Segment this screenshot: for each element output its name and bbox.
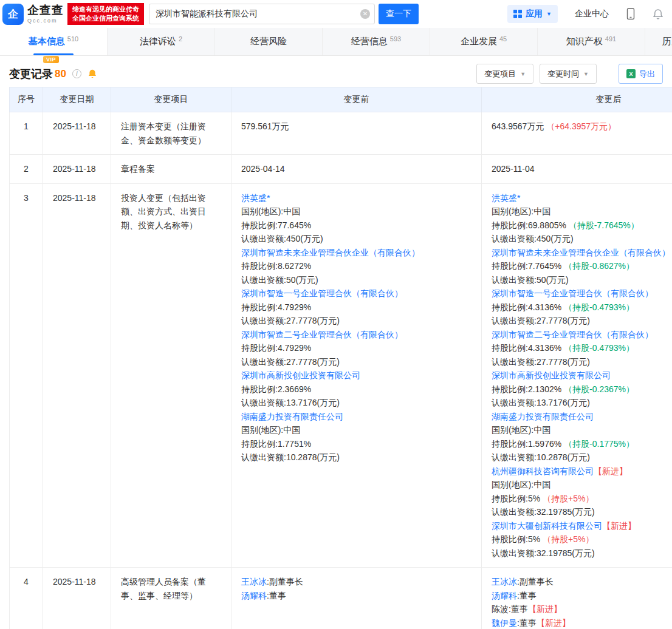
cell-text: :董事	[509, 604, 528, 614]
cell-text: 认缴出资额:32.19785(万元)	[492, 507, 595, 517]
notification-bell-icon[interactable]	[653, 8, 663, 20]
change-after: 643.9567万元 （+64.3957万元）	[482, 112, 672, 155]
cell-line: 杭州疆御科技咨询有限公司【新进】	[492, 464, 672, 478]
tab-count: 2	[179, 35, 182, 42]
filter-change-item-button[interactable]: 变更项目 ▼	[476, 64, 533, 84]
tab-label: 基本信息	[29, 36, 65, 47]
entity-link[interactable]: 深圳市智造未来企业管理合伙企业（有限合伙）	[241, 248, 420, 257]
cell-line: 认缴出资额:27.7778(万元)	[241, 355, 471, 369]
entity-link[interactable]: 魏伊曼	[492, 618, 517, 628]
entity-link[interactable]: 深圳市智造一号企业管理合伙（有限合伙）	[492, 288, 653, 298]
cell-line: 王冰冰:副董事长	[241, 575, 471, 589]
tab-count: 45	[499, 35, 507, 42]
header-date: 变更日期	[43, 87, 111, 112]
cell-line: 持股比例:77.645%	[241, 219, 471, 233]
search-button[interactable]: 查一下	[379, 4, 419, 24]
entity-link[interactable]: 深圳市智造二号企业管理合伙（有限合伙）	[492, 330, 653, 339]
tab-label: 知识产权	[566, 36, 603, 47]
cell-text: 认缴出资额:50(万元)	[492, 275, 569, 285]
tab-1[interactable]: 基本信息510	[0, 28, 108, 55]
cell-line: 深圳市智造二号企业管理合伙（有限合伙）	[241, 328, 471, 342]
cell-line: 2025-04-14	[241, 162, 471, 176]
cell-text: （持股-7.7645%）	[569, 220, 639, 230]
tab-6[interactable]: 知识产权491	[538, 28, 645, 55]
cell-line: 持股比例:1.7751%	[241, 437, 471, 451]
enterprise-center-link[interactable]: 企业中心	[575, 8, 609, 19]
entity-link[interactable]: 汤耀科	[492, 591, 517, 600]
cell-text: 认缴出资额:13.7176(万元)	[492, 398, 590, 407]
change-date: 2025-11-18	[43, 112, 111, 155]
tab-label: 经营信息	[351, 36, 388, 47]
tab-7[interactable]: 历史信息	[645, 28, 672, 55]
logo-title: 企查查	[27, 4, 64, 16]
cell-text: （持股-0.4793%）	[564, 302, 634, 312]
cell-text: 持股比例:1.5976%	[492, 439, 564, 449]
entity-link[interactable]: 深圳市高新投创业投资有限公司	[492, 370, 611, 380]
cell-text: 579.561万元	[241, 121, 289, 131]
cell-line: 持股比例:2.1302% （持股-0.2367%）	[492, 382, 672, 396]
apps-dropdown[interactable]: 应用 ▼	[507, 5, 558, 23]
cell-text: 国别(地区):中国	[492, 480, 550, 489]
cell-text: 持股比例:1.7751%	[241, 439, 311, 449]
cell-line: 深圳市高新投创业投资有限公司	[241, 369, 471, 382]
cell-text: 认缴出资额:450(万元)	[241, 234, 323, 243]
cell-line: 579.561万元	[241, 120, 471, 134]
change-record-section-header: VIP 变更记录 80 i 变更项目 ▼ 变更时间 ▼ X 导出	[0, 56, 672, 87]
mobile-app-icon[interactable]	[626, 8, 636, 20]
qcc-logo[interactable]: 企 企查查 Qcc.com	[2, 4, 64, 25]
cell-line: 国别(地区):中国	[241, 205, 471, 219]
cell-text: 认缴出资额:27.7778(万元)	[492, 357, 590, 367]
info-icon[interactable]: i	[72, 69, 81, 78]
header-item: 变更项目	[111, 87, 231, 112]
cell-text: 持股比例:4.3136%	[492, 343, 564, 353]
entity-link[interactable]: 湖南盛力投资有限责任公司	[492, 412, 594, 421]
tab-count: 510	[67, 35, 78, 42]
search-input[interactable]	[149, 4, 375, 24]
monitor-bell-icon[interactable]	[87, 69, 97, 79]
filter-change-time-button[interactable]: 变更时间 ▼	[540, 64, 597, 84]
apps-label: 应用	[526, 8, 543, 19]
change-after: 2025-11-04	[482, 155, 672, 184]
change-before: 579.561万元	[231, 112, 482, 155]
entity-link[interactable]: 深圳市智造未来企业管理合伙企业（有限合伙）	[492, 248, 670, 257]
banner-line2: 全国企业信用查询系统	[72, 14, 139, 23]
chevron-down-icon: ▼	[583, 71, 589, 77]
tab-3[interactable]: 经营风险	[215, 28, 323, 55]
cell-line: 陈波:董事【新进】	[492, 602, 672, 616]
cell-line: 认缴出资额:27.7778(万元)	[492, 314, 672, 328]
cell-line: 深圳市智造二号企业管理合伙（有限合伙）	[492, 328, 672, 342]
cell-text: 持股比例:69.8805%	[492, 220, 569, 230]
entity-link[interactable]: 汤耀科	[241, 591, 267, 600]
entity-link[interactable]: 湖南盛力投资有限责任公司	[241, 412, 343, 421]
entity-link[interactable]: 深圳市大疆创新科技有限公司	[492, 521, 602, 531]
tab-2[interactable]: 法律诉讼2	[108, 28, 215, 55]
cell-text: 认缴出资额:10.2878(万元)	[492, 452, 590, 462]
tab-count: 593	[390, 35, 401, 42]
cell-text: :副董事长	[267, 577, 303, 586]
cell-text: 2025-04-14	[241, 164, 285, 174]
filter-change-time-label: 变更时间	[547, 69, 579, 80]
tab-4[interactable]: 经营信息593	[323, 28, 430, 55]
entity-link[interactable]: 王冰冰	[241, 577, 267, 586]
entity-link[interactable]: 王冰冰	[492, 577, 517, 586]
tab-5[interactable]: 企业发展45	[430, 28, 538, 55]
entity-link[interactable]: 洪英盛*	[492, 193, 520, 203]
change-before: 2025-04-14	[231, 155, 482, 184]
entity-link[interactable]: 深圳市智造一号企业管理合伙（有限合伙）	[241, 288, 403, 298]
cell-line: 湖南盛力投资有限责任公司	[492, 410, 672, 424]
entity-link[interactable]: 深圳市高新投创业投资有限公司	[241, 370, 360, 380]
tab-label: 法律诉讼	[140, 36, 176, 47]
cell-text: 国别(地区):中国	[241, 206, 300, 216]
cell-text: 认缴出资额:50(万元)	[241, 275, 318, 285]
entity-link[interactable]: 洪英盛*	[241, 193, 270, 203]
clear-search-icon[interactable]: ✕	[360, 9, 370, 19]
cell-line: 国别(地区):中国	[492, 205, 672, 219]
cell-text: 【新进】	[602, 521, 636, 531]
entity-link[interactable]: 深圳市智造二号企业管理合伙（有限合伙）	[241, 330, 403, 339]
entity-link[interactable]: 杭州疆御科技咨询有限公司	[492, 466, 594, 476]
change-record-table: 序号 变更日期 变更项目 变更前 变更后 12025-11-18注册资本变更（注…	[9, 87, 672, 629]
tab-count: 491	[605, 35, 616, 42]
cell-line: 认缴出资额:13.7176(万元)	[241, 396, 471, 410]
export-button[interactable]: X 导出	[619, 64, 663, 84]
cell-text: 认缴出资额:450(万元)	[492, 234, 574, 243]
